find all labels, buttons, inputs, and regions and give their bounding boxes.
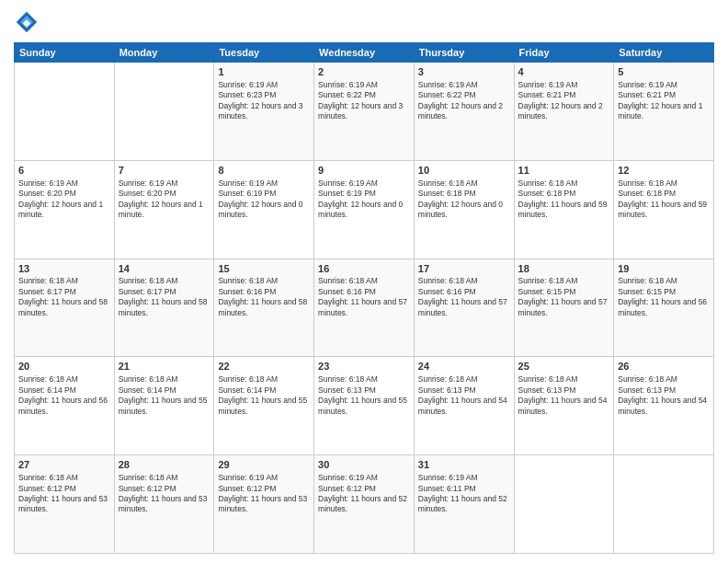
calendar-cell: 9Sunrise: 6:19 AM Sunset: 6:19 PM Daylig… bbox=[314, 160, 415, 259]
day-info: Sunrise: 6:18 AM Sunset: 6:17 PM Dayligh… bbox=[119, 276, 210, 318]
day-number: 19 bbox=[618, 262, 710, 276]
day-number: 3 bbox=[418, 65, 510, 79]
calendar-cell: 31Sunrise: 6:19 AM Sunset: 6:11 PM Dayli… bbox=[414, 455, 514, 554]
day-info: Sunrise: 6:19 AM Sunset: 6:23 PM Dayligh… bbox=[218, 80, 310, 122]
calendar-cell bbox=[514, 455, 614, 554]
weekday-tuesday: Tuesday bbox=[214, 43, 314, 63]
calendar-week-2: 6Sunrise: 6:19 AM Sunset: 6:20 PM Daylig… bbox=[15, 160, 714, 259]
day-number: 26 bbox=[618, 360, 710, 373]
day-info: Sunrise: 6:18 AM Sunset: 6:14 PM Dayligh… bbox=[18, 374, 110, 417]
day-info: Sunrise: 6:19 AM Sunset: 6:21 PM Dayligh… bbox=[518, 80, 610, 122]
weekday-sunday: Sunday bbox=[15, 43, 115, 63]
day-number: 1 bbox=[218, 65, 310, 79]
day-info: Sunrise: 6:18 AM Sunset: 6:13 PM Dayligh… bbox=[618, 374, 710, 417]
day-info: Sunrise: 6:18 AM Sunset: 6:15 PM Dayligh… bbox=[518, 276, 610, 318]
calendar-week-1: 1Sunrise: 6:19 AM Sunset: 6:23 PM Daylig… bbox=[15, 63, 714, 161]
day-number: 12 bbox=[618, 164, 710, 178]
day-info: Sunrise: 6:19 AM Sunset: 6:20 PM Dayligh… bbox=[119, 178, 210, 221]
calendar-cell: 10Sunrise: 6:18 AM Sunset: 6:18 PM Dayli… bbox=[414, 160, 514, 259]
weekday-saturday: Saturday bbox=[614, 43, 714, 63]
calendar-cell: 17Sunrise: 6:18 AM Sunset: 6:16 PM Dayli… bbox=[414, 259, 514, 357]
day-info: Sunrise: 6:18 AM Sunset: 6:18 PM Dayligh… bbox=[418, 178, 510, 221]
day-number: 23 bbox=[318, 360, 410, 373]
day-number: 30 bbox=[318, 458, 410, 472]
day-number: 21 bbox=[119, 360, 210, 373]
calendar-cell: 22Sunrise: 6:18 AM Sunset: 6:14 PM Dayli… bbox=[214, 357, 314, 455]
day-number: 7 bbox=[119, 164, 210, 178]
calendar-cell bbox=[15, 63, 115, 161]
day-number: 18 bbox=[518, 262, 610, 276]
page-header bbox=[14, 9, 714, 35]
day-info: Sunrise: 6:18 AM Sunset: 6:12 PM Dayligh… bbox=[18, 473, 110, 515]
calendar-cell: 7Sunrise: 6:19 AM Sunset: 6:20 PM Daylig… bbox=[114, 160, 214, 259]
day-number: 27 bbox=[18, 458, 110, 472]
calendar-cell bbox=[614, 455, 714, 554]
calendar-cell: 19Sunrise: 6:18 AM Sunset: 6:15 PM Dayli… bbox=[614, 259, 714, 357]
day-number: 10 bbox=[418, 164, 510, 178]
day-info: Sunrise: 6:19 AM Sunset: 6:20 PM Dayligh… bbox=[18, 178, 110, 221]
day-info: Sunrise: 6:19 AM Sunset: 6:22 PM Dayligh… bbox=[418, 80, 510, 122]
calendar-cell: 18Sunrise: 6:18 AM Sunset: 6:15 PM Dayli… bbox=[514, 259, 614, 357]
day-number: 8 bbox=[218, 164, 310, 178]
weekday-friday: Friday bbox=[514, 43, 614, 63]
day-number: 25 bbox=[518, 360, 610, 373]
calendar-cell: 15Sunrise: 6:18 AM Sunset: 6:16 PM Dayli… bbox=[214, 259, 314, 357]
weekday-thursday: Thursday bbox=[414, 43, 514, 63]
day-info: Sunrise: 6:18 AM Sunset: 6:15 PM Dayligh… bbox=[618, 276, 710, 318]
day-number: 15 bbox=[218, 262, 310, 276]
calendar-cell: 30Sunrise: 6:19 AM Sunset: 6:12 PM Dayli… bbox=[314, 455, 415, 554]
day-info: Sunrise: 6:18 AM Sunset: 6:17 PM Dayligh… bbox=[18, 276, 110, 318]
day-number: 28 bbox=[119, 458, 210, 472]
logo-icon bbox=[14, 9, 40, 35]
day-info: Sunrise: 6:19 AM Sunset: 6:19 PM Dayligh… bbox=[318, 178, 410, 221]
calendar-cell: 8Sunrise: 6:19 AM Sunset: 6:19 PM Daylig… bbox=[214, 160, 314, 259]
logo bbox=[14, 9, 43, 35]
calendar-cell: 14Sunrise: 6:18 AM Sunset: 6:17 PM Dayli… bbox=[114, 259, 214, 357]
calendar-cell: 23Sunrise: 6:18 AM Sunset: 6:13 PM Dayli… bbox=[314, 357, 415, 455]
day-info: Sunrise: 6:18 AM Sunset: 6:13 PM Dayligh… bbox=[318, 374, 410, 417]
day-info: Sunrise: 6:18 AM Sunset: 6:18 PM Dayligh… bbox=[518, 178, 610, 221]
day-info: Sunrise: 6:18 AM Sunset: 6:16 PM Dayligh… bbox=[218, 276, 310, 318]
day-info: Sunrise: 6:18 AM Sunset: 6:14 PM Dayligh… bbox=[218, 374, 310, 417]
calendar-cell: 2Sunrise: 6:19 AM Sunset: 6:22 PM Daylig… bbox=[314, 63, 415, 161]
day-number: 20 bbox=[18, 360, 110, 373]
calendar-cell: 21Sunrise: 6:18 AM Sunset: 6:14 PM Dayli… bbox=[114, 357, 214, 455]
day-number: 2 bbox=[318, 65, 410, 79]
weekday-monday: Monday bbox=[114, 43, 214, 63]
calendar-cell bbox=[114, 63, 214, 161]
day-number: 5 bbox=[618, 65, 710, 79]
calendar-cell: 5Sunrise: 6:19 AM Sunset: 6:21 PM Daylig… bbox=[614, 63, 714, 161]
calendar-cell: 27Sunrise: 6:18 AM Sunset: 6:12 PM Dayli… bbox=[15, 455, 115, 554]
day-number: 9 bbox=[318, 164, 410, 178]
day-info: Sunrise: 6:18 AM Sunset: 6:13 PM Dayligh… bbox=[518, 374, 610, 417]
day-number: 17 bbox=[418, 262, 510, 276]
day-number: 29 bbox=[218, 458, 310, 472]
day-number: 24 bbox=[418, 360, 510, 373]
day-number: 13 bbox=[18, 262, 110, 276]
day-number: 16 bbox=[318, 262, 410, 276]
calendar-cell: 29Sunrise: 6:19 AM Sunset: 6:12 PM Dayli… bbox=[214, 455, 314, 554]
day-info: Sunrise: 6:18 AM Sunset: 6:12 PM Dayligh… bbox=[119, 473, 210, 515]
calendar-cell: 26Sunrise: 6:18 AM Sunset: 6:13 PM Dayli… bbox=[614, 357, 714, 455]
day-info: Sunrise: 6:18 AM Sunset: 6:14 PM Dayligh… bbox=[119, 374, 210, 417]
calendar-cell: 1Sunrise: 6:19 AM Sunset: 6:23 PM Daylig… bbox=[214, 63, 314, 161]
day-info: Sunrise: 6:18 AM Sunset: 6:18 PM Dayligh… bbox=[618, 178, 710, 221]
day-info: Sunrise: 6:19 AM Sunset: 6:19 PM Dayligh… bbox=[218, 178, 310, 221]
day-number: 31 bbox=[418, 458, 510, 472]
day-number: 11 bbox=[518, 164, 610, 178]
calendar-cell: 3Sunrise: 6:19 AM Sunset: 6:22 PM Daylig… bbox=[414, 63, 514, 161]
weekday-wednesday: Wednesday bbox=[314, 43, 415, 63]
day-number: 22 bbox=[218, 360, 310, 373]
calendar-cell: 24Sunrise: 6:18 AM Sunset: 6:13 PM Dayli… bbox=[414, 357, 514, 455]
calendar-cell: 6Sunrise: 6:19 AM Sunset: 6:20 PM Daylig… bbox=[15, 160, 115, 259]
day-number: 14 bbox=[119, 262, 210, 276]
calendar-week-5: 27Sunrise: 6:18 AM Sunset: 6:12 PM Dayli… bbox=[15, 455, 714, 554]
calendar-week-4: 20Sunrise: 6:18 AM Sunset: 6:14 PM Dayli… bbox=[15, 357, 714, 455]
calendar-cell: 13Sunrise: 6:18 AM Sunset: 6:17 PM Dayli… bbox=[15, 259, 115, 357]
day-info: Sunrise: 6:19 AM Sunset: 6:11 PM Dayligh… bbox=[418, 473, 510, 515]
calendar-cell: 25Sunrise: 6:18 AM Sunset: 6:13 PM Dayli… bbox=[514, 357, 614, 455]
calendar-cell: 4Sunrise: 6:19 AM Sunset: 6:21 PM Daylig… bbox=[514, 63, 614, 161]
calendar-cell: 12Sunrise: 6:18 AM Sunset: 6:18 PM Dayli… bbox=[614, 160, 714, 259]
day-number: 4 bbox=[518, 65, 610, 79]
day-info: Sunrise: 6:18 AM Sunset: 6:13 PM Dayligh… bbox=[418, 374, 510, 417]
